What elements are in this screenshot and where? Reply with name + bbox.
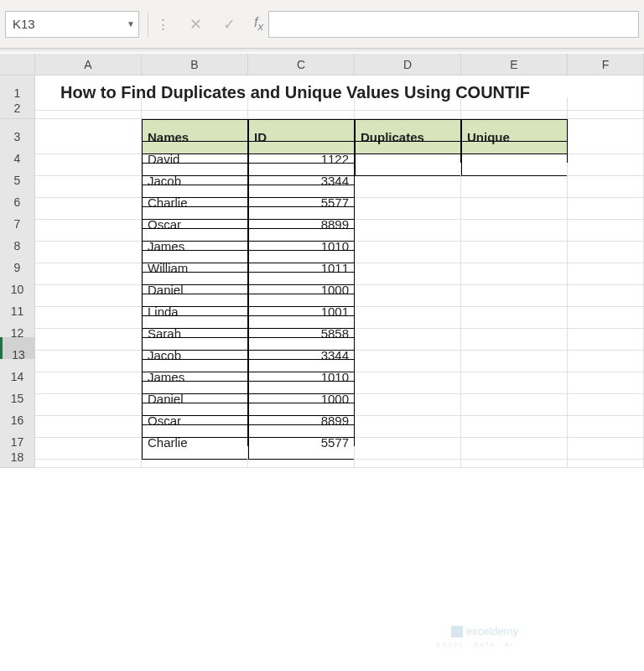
empty-cell[interactable] xyxy=(568,446,644,468)
empty-cell[interactable] xyxy=(355,446,461,468)
col-header[interactable]: C xyxy=(248,54,355,75)
empty-cell[interactable] xyxy=(568,97,644,119)
cancel-button[interactable]: ✕ xyxy=(180,11,210,38)
empty-cell[interactable] xyxy=(35,446,142,468)
dots-icon: ⋮ xyxy=(157,17,170,32)
name-box-value: K13 xyxy=(13,17,35,31)
empty-cell[interactable] xyxy=(461,97,568,119)
empty-cell[interactable] xyxy=(248,97,355,119)
col-header[interactable]: D xyxy=(355,54,461,75)
cube-icon xyxy=(451,626,463,637)
row-header[interactable]: 18 xyxy=(0,446,35,468)
empty-cell[interactable] xyxy=(142,97,248,119)
col-header[interactable]: A xyxy=(35,54,142,75)
col-header[interactable]: E xyxy=(461,54,568,75)
watermark-text: exceldemy xyxy=(466,625,518,637)
empty-cell[interactable] xyxy=(142,446,248,468)
col-header[interactable]: F xyxy=(568,54,644,75)
fx-icon[interactable]: fx xyxy=(254,15,263,33)
watermark: exceldemy xyxy=(451,625,518,637)
empty-cell[interactable] xyxy=(35,97,142,119)
formula-input[interactable] xyxy=(268,11,639,38)
enter-button[interactable]: ✓ xyxy=(214,11,244,38)
empty-cell[interactable] xyxy=(355,97,461,119)
empty-cell[interactable] xyxy=(461,446,568,468)
row-header[interactable]: 2 xyxy=(0,97,35,119)
formula-bar: K13 ▼ ⋮ ✕ ✓ fx xyxy=(0,0,644,49)
name-box[interactable]: K13 ▼ xyxy=(5,11,139,38)
empty-cell[interactable] xyxy=(248,446,355,468)
divider xyxy=(148,12,148,37)
watermark-sub: EXCEL · DATA · BI xyxy=(437,642,514,648)
col-header[interactable]: B xyxy=(142,54,248,75)
chevron-down-icon[interactable]: ▼ xyxy=(127,19,135,29)
select-all-corner[interactable] xyxy=(0,54,35,75)
spreadsheet-grid: ABCDEF1How to Find Duplicates and Unique… xyxy=(0,54,644,468)
